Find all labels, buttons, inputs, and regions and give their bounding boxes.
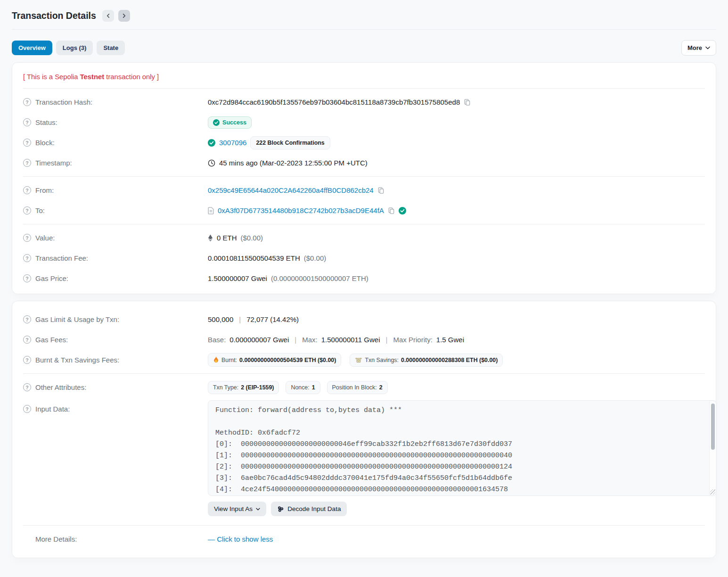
overview-card: [ This is a Sepolia Testnet transaction …: [12, 62, 716, 294]
input-data-actions: View Input As Decode Input Data: [208, 502, 717, 516]
nonce-value: 1: [312, 384, 315, 391]
row-value: ? Value: 0 ETH ($0.00): [23, 228, 705, 248]
input-data-textarea[interactable]: Function: forward(address to,bytes data)…: [208, 400, 717, 496]
testnet-notice-bold: Testnet: [80, 73, 105, 81]
txn-type-label: Txn Type:: [213, 384, 238, 391]
chevron-right-icon: [122, 14, 126, 18]
row-other-attributes: ? Other Attributes: Txn Type: 2 (EIP-155…: [23, 377, 705, 397]
input-data-line: [2]: 00000000000000000000000000000000000…: [215, 462, 700, 473]
row-gas-price: ? Gas Price: 1.500000007 Gwei (0.0000000…: [23, 268, 705, 288]
more-button[interactable]: More: [681, 40, 716, 56]
help-icon[interactable]: ?: [23, 336, 31, 344]
attributes-input-section: ? Other Attributes: Txn Type: 2 (EIP-155…: [23, 374, 705, 521]
more-details-label: More Details:: [35, 535, 77, 543]
gas-price-label-group: ? Gas Price:: [23, 274, 208, 282]
block-number-link[interactable]: 3007096: [219, 139, 246, 147]
tab-logs[interactable]: Logs (3): [56, 41, 93, 55]
success-check-icon: [213, 119, 220, 126]
help-icon[interactable]: ?: [23, 159, 31, 167]
transaction-fee-amount: 0.000108115500504539 ETH: [208, 254, 300, 262]
from-address-link[interactable]: 0x259c49E65644a020C2A642260a4ffB0CD862cb…: [208, 186, 374, 194]
nonce-badge: Nonce: 1: [286, 381, 320, 394]
gas-limit-label: Gas Limit & Usage by Txn:: [35, 315, 119, 323]
click-to-show-less-link[interactable]: — Click to show less: [208, 535, 273, 543]
gas-fees-label-group: ? Gas Fees:: [23, 336, 208, 344]
row-gas-fees: ? Gas Fees: Base: 0.000000007 Gwei | Max…: [23, 330, 705, 350]
decode-input-data-label: Decode Input Data: [287, 505, 341, 512]
burnt-savings-label-group: ? Burnt & Txn Savings Fees:: [23, 356, 208, 364]
input-data-label: Input Data:: [35, 405, 70, 413]
transaction-hash-label: Transaction Hash:: [35, 98, 92, 106]
help-icon[interactable]: ?: [23, 254, 31, 262]
more-details-label-group: More Details:: [23, 535, 208, 543]
gas-section: ? Gas Limit & Usage by Txn: 500,000 | 72…: [23, 303, 705, 373]
copy-to-address-button[interactable]: [388, 207, 395, 214]
chevron-down-icon: [256, 508, 260, 511]
row-from: ? From: 0x259c49E65644a020C2A642260a4ffB…: [23, 180, 705, 200]
view-input-as-button[interactable]: View Input As: [208, 502, 266, 516]
status-badge: Success: [208, 116, 252, 129]
contract-document-icon: [208, 207, 214, 214]
input-data-label-group: ? Input Data:: [23, 400, 208, 413]
input-data-line: MethodID: 0x6fadcf72: [215, 428, 700, 439]
help-icon[interactable]: ?: [23, 98, 31, 106]
help-icon[interactable]: ?: [23, 118, 31, 126]
burnt-savings-label: Burnt & Txn Savings Fees:: [35, 356, 119, 364]
input-data-scrollbar-thumb[interactable]: [711, 404, 715, 450]
clock-icon: [208, 159, 215, 167]
transaction-hash-label-group: ? Transaction Hash:: [23, 98, 208, 106]
textarea-resize-grip[interactable]: [710, 489, 715, 495]
block-label-group: ? Block:: [23, 139, 208, 147]
help-icon[interactable]: ?: [23, 186, 31, 194]
transaction-hash-value: 0xc72d984ccac6190b5f135576eb97b03604bc81…: [208, 98, 460, 106]
more-button-label: More: [687, 44, 702, 51]
help-icon[interactable]: ?: [23, 383, 31, 391]
txn-savings-label: Txn Savings:: [365, 357, 399, 363]
separator: |: [293, 336, 298, 344]
chevron-left-icon: [106, 14, 110, 18]
input-data-scrollbar[interactable]: [709, 401, 716, 495]
input-data-line: [1]: 00000000000000000000000000000000000…: [215, 450, 700, 462]
row-timestamp: ? Timestamp: 45 mins ago (Mar-02-2023 12…: [23, 153, 705, 173]
help-icon[interactable]: ?: [23, 356, 31, 364]
timestamp-label-group: ? Timestamp:: [23, 159, 208, 167]
to-address-link[interactable]: 0xA3f07D6773514480b918C2742b027b3acD9E44…: [218, 206, 384, 214]
decode-icon: [277, 506, 284, 512]
from-label-group: ? From:: [23, 186, 208, 194]
tab-overview[interactable]: Overview: [12, 41, 52, 55]
input-data-line: [4]: 4ce24f54000000000000000000000000000…: [215, 484, 700, 495]
txn-type-badge: Txn Type: 2 (EIP-1559): [208, 381, 279, 394]
other-attributes-label: Other Attributes:: [35, 383, 86, 391]
transaction-fee-usd: ($0.00): [304, 254, 327, 262]
max-fee-label: Max:: [302, 336, 318, 344]
tab-state[interactable]: State: [97, 41, 125, 55]
help-icon[interactable]: ?: [23, 315, 31, 323]
copy-transaction-hash-button[interactable]: [464, 99, 471, 106]
transaction-fee-label-group: ? Transaction Fee:: [23, 254, 208, 262]
row-more-details: More Details: — Click to show less: [23, 529, 705, 549]
hash-status-section: ? Transaction Hash: 0xc72d984ccac6190b5f…: [23, 89, 705, 176]
from-label: From:: [35, 186, 54, 194]
copy-from-address-button[interactable]: [377, 187, 384, 194]
row-transaction-hash: ? Transaction Hash: 0xc72d984ccac6190b5f…: [23, 92, 705, 112]
help-icon[interactable]: ?: [23, 139, 31, 147]
help-icon[interactable]: ?: [23, 405, 31, 413]
txn-type-value: 2 (EIP-1559): [241, 384, 274, 391]
view-input-as-label: View Input As: [214, 505, 253, 512]
position-in-block-badge: Position In Block: 2: [327, 381, 388, 394]
decode-input-data-button[interactable]: Decode Input Data: [271, 502, 347, 516]
transaction-fee-label: Transaction Fee:: [35, 254, 88, 262]
gas-price-label: Gas Price:: [35, 274, 68, 282]
row-input-data: ? Input Data: Function: forward(address …: [23, 400, 705, 518]
value-label-group: ? Value:: [23, 234, 208, 242]
help-icon[interactable]: ?: [23, 274, 31, 282]
toolbar: Overview Logs (3) State More: [12, 40, 716, 56]
gas-price-eth: (0.000000001500000007 ETH): [271, 274, 368, 282]
help-icon[interactable]: ?: [23, 206, 31, 214]
next-transaction-button[interactable]: [118, 10, 130, 22]
status-badge-label: Success: [222, 119, 246, 126]
txn-savings-money-icon: [355, 357, 362, 363]
row-burnt-savings: ? Burnt & Txn Savings Fees: Burnt: 0.000…: [23, 350, 705, 370]
help-icon[interactable]: ?: [23, 234, 31, 242]
previous-transaction-button[interactable]: [102, 10, 114, 22]
